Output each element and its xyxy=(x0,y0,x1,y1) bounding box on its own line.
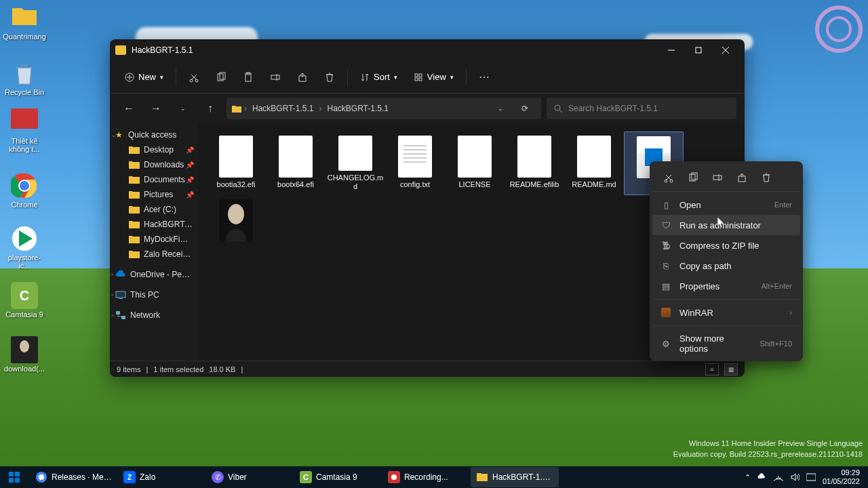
sidebar-item[interactable]: HackBGRT-1.5.1 xyxy=(110,217,198,232)
cm-winrar[interactable]: WinRAR › xyxy=(652,302,800,323)
refresh-button[interactable]: ⟳ xyxy=(514,98,536,119)
file-label: bootia32.efi xyxy=(217,180,256,189)
file-item[interactable]: CHANGELOG.md xyxy=(326,131,385,195)
volume-tray-icon[interactable] xyxy=(790,472,800,482)
titlebar[interactable]: HackBGRT-1.5.1 xyxy=(110,39,745,61)
desktop-icon[interactable]: Recycle Bin xyxy=(3,60,46,96)
share-button[interactable] xyxy=(290,65,315,89)
rec-icon xyxy=(388,471,400,483)
address-bar[interactable]: › HackBGRT-1.5.1 › HackBGRT-1.5.1 ⌄ ⟳ xyxy=(226,98,541,119)
cm-rename-button[interactable] xyxy=(707,168,728,187)
icons-view-button[interactable]: ▦ xyxy=(724,363,738,375)
search-input[interactable]: Search HackBGRT-1.5.1 xyxy=(547,98,736,119)
sidebar-onedrive[interactable]: › OneDrive - Personal xyxy=(110,267,198,282)
cm-share-button[interactable] xyxy=(731,168,753,187)
details-view-button[interactable]: ≡ xyxy=(705,363,719,375)
cut-button[interactable] xyxy=(182,65,206,89)
desktop-icon[interactable]: Quantrimang xyxy=(3,4,46,41)
taskbar-item[interactable]: ✆Viber xyxy=(206,467,294,487)
breadcrumb[interactable]: HackBGRT-1.5.1 xyxy=(324,102,391,115)
cm-delete-button[interactable] xyxy=(755,168,777,187)
taskbar-item[interactable]: HackBGRT-1.5.1 xyxy=(471,467,559,487)
language-tray-icon[interactable] xyxy=(806,472,816,482)
cm-item-label: Run as administrator xyxy=(679,220,784,230)
file-item[interactable]: bootx64.efi xyxy=(266,131,326,195)
sidebar-item[interactable]: Zalo Received Files xyxy=(110,247,198,262)
sidebar-item[interactable]: Pictures📌 xyxy=(110,187,198,202)
sidebar-quick-access[interactable]: ⌄ ★ Quick access xyxy=(110,127,198,142)
taskbar-item-label: Camtasia 9 xyxy=(316,472,357,482)
taskbar-item[interactable]: Releases · Metaboli... xyxy=(30,467,118,487)
file-item[interactable]: config.txt xyxy=(385,131,445,195)
cm-cut-button[interactable] xyxy=(658,168,679,187)
cm-show-more[interactable]: ⚙ Show more options Shift+F10 xyxy=(652,329,800,359)
gear-icon: ⚙ xyxy=(660,338,671,349)
forward-button[interactable]: → xyxy=(145,98,167,119)
cm-item[interactable]: ▤PropertiesAlt+Enter xyxy=(652,276,800,296)
file-icon xyxy=(279,136,313,178)
onedrive-tray-icon[interactable] xyxy=(757,472,767,482)
sidebar-this-pc[interactable]: › This PC xyxy=(110,287,198,302)
file-item[interactable] xyxy=(206,195,266,259)
view-button[interactable]: View ▾ xyxy=(407,65,460,89)
cm-item[interactable]: ⎘Copy as path xyxy=(652,256,800,276)
sidebar-item[interactable]: Documents📌 xyxy=(110,172,198,187)
sidebar-item[interactable]: Acer (C:) xyxy=(110,202,198,217)
sidebar-item-label: HackBGRT-1.5.1 xyxy=(144,220,193,229)
cm-item-label: Compress to ZIP file xyxy=(679,241,784,251)
more-button[interactable]: ⋯ xyxy=(472,65,496,89)
taskbar-item[interactable]: CCamtasia 9 xyxy=(294,467,382,487)
paste-button[interactable] xyxy=(236,65,260,89)
close-button[interactable] xyxy=(712,41,739,60)
taskbar-item[interactable]: ZZalo xyxy=(118,467,206,487)
svg-line-27 xyxy=(559,110,562,113)
tray-chevron-icon[interactable]: ⌃ xyxy=(745,473,751,482)
desktop-icon-label: playstore-ic... xyxy=(3,253,46,270)
desktop-icon[interactable]: playstore-ic... xyxy=(3,225,46,270)
sidebar-item[interactable]: Desktop📌 xyxy=(110,142,198,157)
file-item[interactable]: bootia32.efi xyxy=(206,131,266,195)
delete-button[interactable] xyxy=(317,65,342,89)
folder-icon xyxy=(129,190,140,199)
file-icon xyxy=(458,136,492,178)
desktop-icon[interactable]: download(... xyxy=(3,336,46,373)
cm-copy-button[interactable] xyxy=(682,168,704,187)
maximize-button[interactable] xyxy=(685,41,712,60)
file-icon: ▯ xyxy=(660,199,671,210)
sort-button[interactable]: Sort ▾ xyxy=(353,65,404,89)
minimize-button[interactable] xyxy=(658,41,685,60)
svg-rect-42 xyxy=(15,472,20,476)
svg-point-46 xyxy=(39,474,44,480)
file-item[interactable]: LICENSE xyxy=(445,131,505,195)
taskbar-item[interactable]: Recording... xyxy=(382,467,471,487)
sidebar-item[interactable]: Downloads📌 xyxy=(110,157,198,172)
network-tray-icon[interactable] xyxy=(774,472,783,482)
sidebar-item-label: Documents xyxy=(144,175,185,184)
cm-item[interactable]: ▯OpenEnter xyxy=(652,195,800,215)
cm-item[interactable]: 🗜Compress to ZIP file xyxy=(652,235,800,256)
clock[interactable]: 09:29 01/05/2022 xyxy=(823,468,860,486)
copy-button[interactable] xyxy=(209,65,233,89)
desktop-icon[interactable]: Thiêt kê không t... xyxy=(3,108,46,153)
start-button[interactable] xyxy=(3,467,30,487)
chevron-right-icon: › xyxy=(789,308,792,317)
windows-watermark: Windows 11 Home Insider Preview Single L… xyxy=(673,439,863,460)
sidebar-item[interactable]: MyDockFinder xyxy=(110,232,198,247)
svg-rect-28 xyxy=(116,291,125,298)
back-button[interactable]: ← xyxy=(118,98,140,119)
dropdown-button[interactable]: ⌄ xyxy=(490,98,511,119)
file-icon xyxy=(517,136,551,178)
folder-icon xyxy=(476,471,488,483)
breadcrumb[interactable]: HackBGRT-1.5.1 xyxy=(250,102,316,115)
file-item[interactable]: README.efilib xyxy=(505,131,564,195)
cm-item-label: Open xyxy=(679,200,766,210)
recent-button[interactable]: ⌄ xyxy=(172,98,194,119)
file-icon xyxy=(338,136,372,171)
new-button[interactable]: New ▾ xyxy=(118,65,170,89)
desktop-icon[interactable]: Chrome xyxy=(3,172,46,209)
up-button[interactable]: ↑ xyxy=(199,98,221,119)
desktop-icon[interactable]: CCamtasia 9 xyxy=(3,282,46,319)
file-item[interactable]: README.md xyxy=(564,131,624,195)
sidebar-network[interactable]: › Network xyxy=(110,308,198,323)
rename-button[interactable] xyxy=(263,65,288,89)
